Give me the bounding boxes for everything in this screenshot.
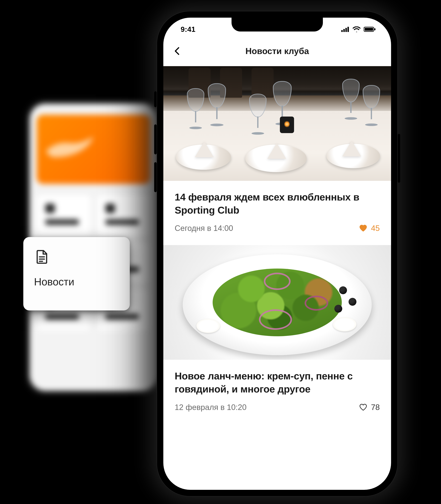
bird-logo-icon — [43, 132, 96, 163]
svg-rect-9 — [374, 28, 376, 30]
like-count: 45 — [371, 224, 380, 233]
svg-rect-3 — [341, 30, 343, 32]
news-card-title: 14 февраля ждем всех влюбленных в Sporti… — [175, 190, 380, 217]
news-card-date: 12 февраля в 10:20 — [175, 403, 247, 412]
like-count: 78 — [371, 403, 380, 412]
heart-icon — [359, 225, 367, 232]
news-card-image — [163, 245, 391, 360]
news-card-date: Сегодня в 14:00 — [175, 224, 233, 233]
svg-rect-4 — [343, 29, 345, 32]
membership-card-blurred — [37, 115, 151, 184]
phone-notch — [232, 18, 323, 32]
news-tile[interactable]: Новости — [23, 237, 130, 310]
like-button[interactable]: 45 — [359, 224, 380, 233]
svg-rect-5 — [346, 28, 347, 32]
news-card-image — [163, 66, 391, 181]
wifi-icon — [353, 27, 361, 32]
news-tile-label: Новости — [34, 276, 119, 288]
battery-icon — [364, 27, 376, 32]
nav-header: Новости клуба — [163, 41, 391, 66]
news-card-title: Новое ланч-меню: крем-суп, пенне с говяд… — [175, 369, 380, 396]
svg-rect-6 — [347, 27, 349, 32]
svg-rect-8 — [365, 28, 373, 31]
like-button[interactable]: 78 — [359, 403, 380, 412]
news-card[interactable]: 14 февраля ждем всех влюбленных в Sporti… — [163, 66, 391, 245]
news-feed[interactable]: 14 февраля ждем всех влюбленных в Sporti… — [163, 66, 391, 424]
status-time: 9:41 — [181, 25, 195, 33]
page-title: Новости клуба — [173, 46, 382, 56]
news-card[interactable]: Новое ланч-меню: крем-суп, пенне с говяд… — [163, 245, 391, 424]
foreground-phone: 9:41 — [157, 11, 398, 496]
cellular-signal-icon — [341, 27, 349, 32]
heart-icon — [359, 404, 367, 411]
news-document-icon — [34, 249, 49, 265]
